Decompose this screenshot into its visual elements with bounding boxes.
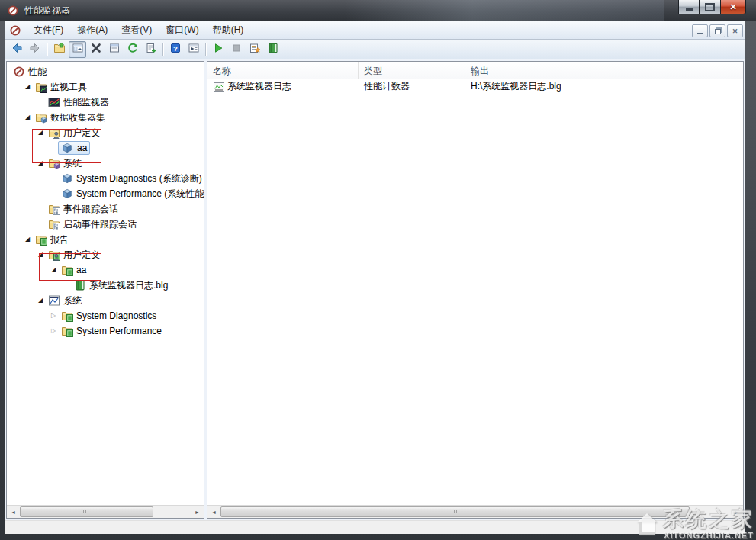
folder-cube-icon (35, 111, 47, 124)
expander-expanded-icon[interactable]: ◢ (23, 110, 32, 125)
expander-collapsed-icon[interactable]: ▷ (49, 308, 58, 323)
mdi-close-button[interactable] (727, 24, 743, 37)
menu-action[interactable]: 操作(A) (70, 21, 114, 40)
tree-item-reports[interactable]: ◢报告 (7, 232, 204, 247)
tree-item-reports-user-defined[interactable]: ◢用户定义 (7, 247, 204, 262)
scroll-left-arrow-icon[interactable]: ◄ (207, 506, 220, 518)
column-header-output[interactable]: 输出 (465, 62, 743, 79)
properties-button[interactable] (105, 41, 123, 58)
tree-item-label: 系统 (63, 294, 82, 307)
svg-text:?: ? (173, 43, 178, 52)
tree-item-data-collector-sets[interactable]: ◢数据收集器集 (7, 110, 204, 125)
scrollbar-thumb[interactable] (220, 506, 690, 517)
tree-item-monitoring-tools[interactable]: ◢监视工具 (7, 79, 204, 95)
tree-item-dcs-aa[interactable]: aa (7, 140, 204, 156)
start-button[interactable] (209, 41, 227, 58)
stop-icon (230, 42, 243, 57)
tree-item-reports-system-diagnostics[interactable]: ▷System Diagnostics (7, 308, 204, 323)
menu-items: 文件(F)操作(A)查看(V)窗口(W)帮助(H) (27, 21, 250, 40)
tree-item-label: 监视工具 (50, 81, 87, 94)
row-name: 系统监视器日志 (227, 80, 291, 93)
tree-item-dcs-user-defined[interactable]: ◢用户定义 (7, 125, 204, 140)
new-report-button[interactable] (246, 41, 263, 58)
menu-window[interactable]: 窗口(W) (159, 21, 205, 40)
expander-expanded-icon[interactable]: ◢ (23, 232, 32, 247)
scroll-left-arrow-icon[interactable]: ◄ (7, 506, 20, 518)
back-button[interactable] (8, 41, 25, 58)
folder-report-icon (61, 264, 73, 276)
show-window-button[interactable] (185, 41, 202, 58)
tree-item-event-trace-sessions[interactable]: 事件跟踪会话 (7, 201, 204, 217)
tree-item-system-monitor-log-blg[interactable]: 系统监视器日志.blg (7, 278, 204, 293)
tree-item-reports-system[interactable]: ◢系统 (7, 293, 204, 308)
scrollbar-thumb[interactable] (20, 506, 153, 517)
tree-label-wrap: aa (58, 263, 89, 277)
tree-item-label: System Performance (76, 326, 162, 336)
menu-help[interactable]: 帮助(H) (206, 21, 251, 40)
tree-label-wrap: 数据收集器集 (32, 111, 108, 124)
tree-item-startup-event-trace[interactable]: 启动事件跟踪会话 (7, 217, 204, 232)
help-button[interactable]: ? (166, 41, 184, 58)
expander-expanded-icon[interactable]: ◢ (36, 247, 45, 262)
expander-expanded-icon[interactable]: ◢ (36, 156, 45, 171)
close-button[interactable] (721, 0, 746, 14)
tree-item-label: 用户定义 (63, 249, 100, 262)
table-row[interactable]: 系统监视器日志 性能计数器 H:\系统监视器日志.blg (207, 79, 743, 94)
delete-x-icon (90, 42, 102, 57)
results-pane: 名称 类型 输出 系统监视器日志 性能计数器 H:\系统监视器日志.blg (207, 61, 744, 519)
perfmon-app-icon (7, 5, 19, 17)
title-bar[interactable]: 性能监视器 (0, 0, 756, 21)
tree-selection: aa (58, 141, 90, 155)
refresh-icon (127, 42, 139, 57)
minimize-button[interactable] (678, 0, 700, 14)
mdi-restore-button[interactable] (709, 24, 725, 37)
tree-item-dcs-system-performance[interactable]: System Performance (系统性能) (7, 186, 204, 201)
stop-button[interactable] (227, 41, 245, 58)
maximize-button[interactable] (700, 0, 721, 14)
export-list-button[interactable] (142, 41, 159, 58)
column-header-type[interactable]: 类型 (359, 62, 465, 79)
mdi-minimize-button[interactable] (692, 24, 708, 37)
tree-item-dcs-system[interactable]: ◢系统 (7, 156, 204, 171)
tree-item-label: System Diagnostics (系统诊断) (76, 172, 202, 185)
perfmon-icon (13, 66, 25, 78)
tree-item-performance-root[interactable]: 性能 (7, 64, 204, 79)
delete-button[interactable] (87, 41, 105, 58)
folder-chart-icon (35, 81, 47, 93)
folder-binary-icon (48, 203, 60, 215)
list-horizontal-scrollbar[interactable]: ◄ ► (207, 505, 743, 518)
tree-item-label: System Diagnostics (76, 310, 156, 321)
menu-view[interactable]: 查看(V) (114, 21, 159, 40)
perfmon-menu-icon (9, 24, 21, 36)
expander-expanded-icon[interactable]: ◢ (49, 262, 58, 278)
expander-collapsed-icon[interactable]: ▷ (49, 323, 58, 339)
expander-expanded-icon[interactable]: ◢ (23, 79, 32, 95)
cube-icon (61, 142, 73, 154)
tree-label-wrap: 用户定义 (45, 248, 103, 262)
view-log-button[interactable] (264, 41, 281, 58)
tree-item-dcs-system-diagnostics[interactable]: System Diagnostics (系统诊断) (7, 171, 204, 186)
refresh-button[interactable] (124, 41, 141, 58)
tree-item-reports-system-performance[interactable]: ▷System Performance (7, 323, 204, 339)
tree-horizontal-scrollbar[interactable]: ◄ ► (7, 505, 204, 518)
status-bar (5, 520, 745, 534)
column-header-name[interactable]: 名称 (207, 62, 359, 79)
expander-expanded-icon[interactable]: ◢ (36, 293, 45, 308)
forward-button[interactable] (26, 41, 43, 58)
tree-item-label: 数据收集器集 (50, 111, 105, 124)
tree-item-performance-monitor[interactable]: 性能监视器 (7, 95, 204, 110)
expander-expanded-icon[interactable]: ◢ (36, 125, 45, 140)
scroll-right-arrow-icon[interactable]: ► (730, 506, 743, 518)
folder-report-user-icon (48, 249, 60, 261)
tree-item-label: 启动事件跟踪会话 (63, 218, 137, 231)
open-saved-button[interactable] (50, 41, 68, 58)
folder-report-icon (61, 310, 73, 322)
console-tree-button[interactable] (69, 41, 86, 58)
tree-item-label: 系统 (63, 157, 82, 170)
tree-label-wrap: 系统 (45, 294, 85, 307)
tree-item-reports-aa[interactable]: ◢aa (7, 262, 204, 278)
green-book-icon (74, 279, 86, 291)
scroll-right-arrow-icon[interactable]: ► (191, 506, 204, 518)
chart-icon (48, 96, 60, 108)
menu-file[interactable]: 文件(F) (27, 21, 70, 40)
